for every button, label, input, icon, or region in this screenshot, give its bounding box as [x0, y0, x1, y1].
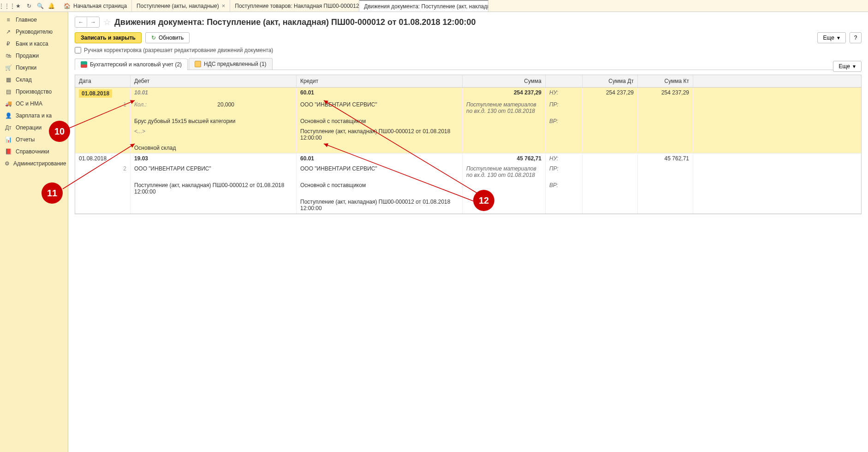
cell-sum: 254 237,29 — [463, 88, 546, 100]
sidebar-item-warehouse[interactable]: ▦Склад — [0, 74, 68, 86]
sidebar-item-label: Главное — [16, 17, 37, 23]
posting-row[interactable]: 1 Кол.: 20,000 ООО "ИНВЕНТАРИ СЕРВИС" По… — [75, 100, 861, 116]
tab-receipts[interactable]: Поступление (акты, накладные) × — [132, 0, 230, 12]
cell-sum-note: Поступление материалов по вх.д. 130 от 0… — [463, 164, 546, 180]
chart-icon: ↗ — [5, 29, 12, 35]
nav-back-button[interactable]: ← — [75, 17, 87, 27]
tab-accounting[interactable]: Бухгалтерский и налоговый учет (2) — [75, 59, 188, 70]
chevron-down-icon: ▾ — [853, 63, 856, 70]
book-icon: 📕 — [5, 148, 12, 155]
posting-group: 01.08.2018 10.01 60.01 254 237,29 НУ: 25… — [75, 88, 861, 153]
sidebar-item-salary[interactable]: 👤Зарплата и ка — [0, 110, 68, 122]
tab-label: Движения документа: Поступление (акт, на… — [364, 3, 488, 10]
posting-row[interactable]: 2 ООО "ИНВЕНТАРИ СЕРВИС" ООО "ИНВЕНТАРИ … — [75, 164, 861, 180]
cell-debit-line: <...> — [131, 126, 297, 143]
close-icon[interactable]: × — [222, 2, 226, 9]
posting-row[interactable]: 01.08.2018 19.03 60.01 45 762,71 НУ: 45 … — [75, 153, 861, 164]
cell-sum-note: Поступление материалов по вх.д. 130 от 0… — [463, 100, 546, 116]
manual-edit-checkbox[interactable] — [75, 47, 81, 53]
sidebar-item-bank[interactable]: ₽Банк и касса — [0, 38, 68, 50]
posting-group: 01.08.2018 19.03 60.01 45 762,71 НУ: 45 … — [75, 153, 861, 214]
tab-invoice[interactable]: Поступление товаров: Накладная ПШ00-0000… — [230, 0, 359, 12]
menu-icon: ≡ — [5, 17, 12, 23]
help-button[interactable]: ? — [850, 32, 862, 43]
chevron-down-icon: ▾ — [837, 35, 840, 41]
date-value: 01.08.2018 — [79, 89, 112, 98]
cell-date: 01.08.2018 — [75, 153, 131, 164]
nav-group: ← → — [75, 17, 100, 28]
subtab-label: НДС предъявленный (1) — [204, 61, 266, 67]
cell-tag: НУ: — [546, 88, 583, 100]
sidebar-item-sales[interactable]: 🛍Продажи — [0, 50, 68, 62]
sidebar-item-manager[interactable]: ↗Руководителю — [0, 26, 68, 38]
history-icon[interactable]: ↻ — [24, 1, 34, 11]
grid-area: Еще ▾ Дата Дебет Кредит Сумма Сумма Дт С… — [75, 75, 862, 214]
col-debit: Дебет — [131, 75, 297, 87]
cell-credit-line: Поступление (акт, накладная) ПШ00-000012… — [297, 126, 463, 143]
col-sum-kt: Сумма Кт — [638, 75, 693, 87]
tab-home[interactable]: 🏠 Начальная страница — [59, 0, 132, 12]
cell-sum-kt: 45 762,71 — [638, 153, 693, 164]
tab-movements[interactable]: Движения документа: Поступление (акт, на… — [359, 0, 488, 12]
bag-icon: 🛍 — [5, 53, 12, 59]
refresh-label: Обновить — [159, 35, 184, 41]
cell-debit-acc: 10.01 — [131, 88, 297, 100]
sidebar-item-assets[interactable]: 🚚ОС и НМА — [0, 98, 68, 110]
posting-row[interactable]: Поступление (акт, накладная) ПШ00-000012… — [75, 197, 861, 213]
col-sum-dt: Сумма Дт — [583, 75, 638, 87]
tab-vat[interactable]: НДС предъявленный (1) — [189, 58, 272, 70]
posting-row[interactable]: Поступление (акт, накладная) ПШ00-000012… — [75, 180, 861, 197]
bell-icon[interactable]: 🔔 — [46, 1, 56, 11]
cell-debit-line: Основной склад — [131, 143, 297, 153]
cell-credit-line: Поступление (акт, накладная) ПШ00-000012… — [297, 197, 463, 213]
ruble-icon: ₽ — [5, 41, 12, 47]
more-button[interactable]: Еще ▾ — [817, 32, 846, 43]
sidebar-item-catalogs[interactable]: 📕Справочники — [0, 146, 68, 158]
top-bar: ⋮⋮⋮ ★ ↻ 🔍 🔔 🏠 Начальная страница Поступл… — [0, 0, 868, 12]
sidebar-item-label: Производство — [16, 88, 52, 95]
cell-credit-line: ООО "ИНВЕНТАРИ СЕРВИС" — [297, 164, 463, 180]
col-sum: Сумма — [463, 75, 546, 87]
grid-header: Дата Дебет Кредит Сумма Сумма Дт Сумма К… — [75, 75, 861, 88]
favorite-star-icon[interactable]: ☆ — [103, 17, 111, 27]
qty-value: 20,000 — [217, 101, 234, 108]
cell-debit-line: Кол.: 20,000 — [131, 100, 297, 116]
posting-row[interactable]: <...> Поступление (акт, накладная) ПШ00-… — [75, 126, 861, 143]
cell-sum-dt: 254 237,29 — [583, 88, 638, 100]
annotation-11: 11 — [42, 182, 63, 204]
cell-sum-kt: 254 237,29 — [638, 88, 693, 100]
star-icon[interactable]: ★ — [13, 1, 23, 11]
cell-sum-dt — [583, 153, 638, 164]
grid-more-button[interactable]: Еще ▾ — [833, 61, 862, 72]
sidebar-item-label: Банк и касса — [16, 41, 48, 47]
sidebar-item-production[interactable]: ▤Производство — [0, 86, 68, 98]
sidebar-item-label: Склад — [16, 76, 32, 83]
sidebar-item-purchases[interactable]: 🛒Покупки — [0, 62, 68, 74]
col-tag — [546, 75, 583, 87]
col-credit: Кредит — [297, 75, 463, 87]
cell-debit-line: Брус дубовый 15х15 высшей категории — [131, 116, 297, 126]
refresh-icon: ↻ — [151, 35, 156, 41]
cell-tag: НУ: — [546, 153, 583, 164]
blocks-icon: ▤ — [5, 88, 12, 95]
more-label: Еще — [839, 63, 850, 70]
cell-credit-acc: 60.01 — [297, 153, 463, 164]
sidebar-item-label: Продажи — [16, 53, 39, 59]
toolbar: Записать и закрыть ↻Обновить Еще ▾ ? — [75, 32, 862, 43]
cell-credit-line: Основной с поставщиком — [297, 116, 463, 126]
apps-icon[interactable]: ⋮⋮⋮ — [2, 1, 12, 11]
cell-rownum: 1 — [75, 100, 131, 116]
nav-forward-button[interactable]: → — [87, 17, 99, 27]
sidebar-item-admin[interactable]: ⚙Администрирование — [0, 158, 68, 170]
tab-label: Начальная страница — [73, 3, 127, 9]
save-close-button[interactable]: Записать и закрыть — [75, 32, 142, 43]
refresh-button[interactable]: ↻Обновить — [145, 32, 190, 43]
search-icon[interactable]: 🔍 — [35, 1, 45, 11]
sidebar-item-main[interactable]: ≡Главное — [0, 14, 68, 26]
tab-label: Поступление товаров: Накладная ПШ00-0000… — [235, 3, 359, 9]
annotation-10: 10 — [49, 121, 70, 142]
col-date: Дата — [75, 75, 131, 87]
posting-row[interactable]: 01.08.2018 10.01 60.01 254 237,29 НУ: 25… — [75, 88, 861, 100]
posting-row[interactable]: Брус дубовый 15х15 высшей категории Осно… — [75, 116, 861, 126]
posting-row[interactable]: Основной склад — [75, 143, 861, 153]
